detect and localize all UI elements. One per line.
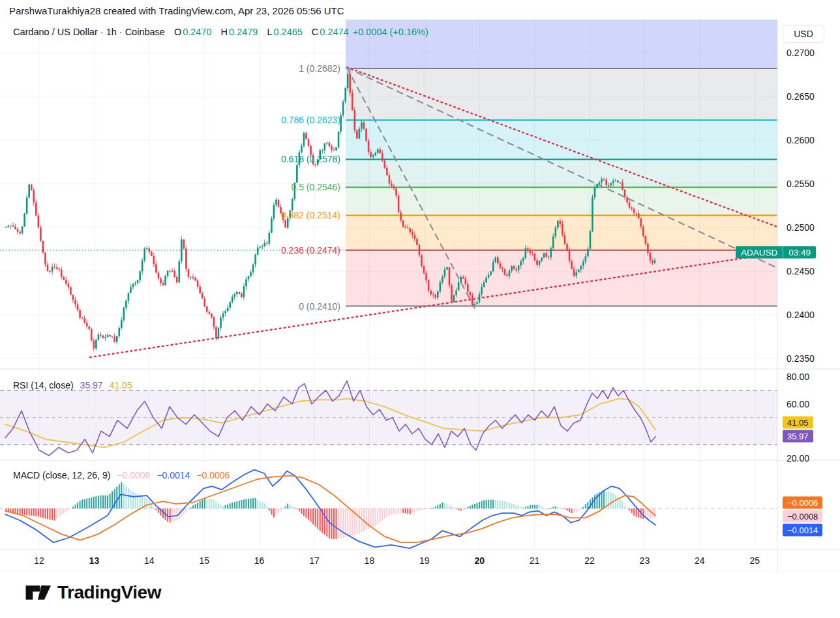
tradingview-logo-icon [25, 581, 51, 604]
time-axis-label[interactable]: 17 [309, 555, 320, 566]
macd-histogram [5, 482, 655, 539]
ohlc-close: C0.2474 [312, 27, 349, 37]
fib-level-label: 0.5 (0.2546) [236, 182, 340, 192]
rsi-value-badge: 35.97 [783, 430, 813, 443]
macd-signal-line [5, 476, 655, 543]
rsi-legend-label[interactable]: RSI (14, close) [13, 380, 74, 390]
time-axis-label[interactable]: 14 [144, 555, 155, 566]
macd-signal-value: −0.0006 [196, 470, 230, 480]
time-axis-label[interactable]: 22 [584, 555, 595, 566]
time-axis-label[interactable]: 25 [749, 555, 760, 566]
rsi-value: 35.97 [80, 380, 103, 390]
rsi-ma-badge: 41.05 [783, 417, 813, 429]
tradingview-logo[interactable]: TradingView [25, 581, 161, 604]
chart-legend-main[interactable]: Cardano / US Dollar · 1h · Coinbase O0.2… [13, 27, 428, 37]
fib-level-label: 0.236 (0.2474) [236, 245, 340, 256]
fib-level-label: 0.382 (0.2514) [236, 210, 340, 220]
price-scale-label: 0.2500 [787, 222, 815, 233]
macd-value: −0.0014 [157, 470, 190, 480]
price-scale-label: 0.2650 [787, 91, 815, 102]
ohlc-open: O0.2470 [174, 27, 212, 37]
price-scale-currency-button[interactable]: USD [783, 25, 824, 43]
rsi-scale-label: 80.00 [787, 372, 809, 382]
rsi-levels [0, 390, 777, 445]
price-change: +0.0004 (+0.16%) [353, 27, 428, 37]
macd-hist-badge: −0.0008 [783, 510, 822, 523]
tradingview-snapshot: ParshwaTurakhiya28 created with TradingV… [0, 0, 840, 618]
rsi-ma-value: 41.05 [110, 380, 132, 390]
macd-value-badge: −0.0014 [783, 524, 822, 537]
fib-level-label: 0.786 (0.2623) [236, 115, 340, 125]
price-scale-label: 0.2700 [787, 48, 815, 58]
fib-level-label: 0.618 (0.2578) [236, 154, 340, 164]
price-scale-label: 0.2600 [787, 135, 815, 145]
ohlc-low: L0.2465 [267, 27, 302, 37]
macd-legend-label[interactable]: MACD (close, 12, 26, 9) [13, 470, 110, 480]
time-axis-label[interactable]: 15 [199, 555, 209, 566]
price-scale-label: 0.2450 [787, 266, 815, 276]
time-axis-label[interactable]: 23 [640, 555, 650, 566]
macd-hist-value: −0.0008 [117, 470, 150, 480]
time-axis-label[interactable]: 13 [89, 555, 100, 566]
price-scale-label: 0.2400 [787, 310, 815, 320]
price-scale-label: 0.2550 [787, 179, 815, 189]
price-scale-label: 0.2350 [787, 353, 815, 364]
time-axis-label[interactable]: 21 [530, 555, 540, 566]
rsi-scale-label: 60.00 [787, 399, 809, 409]
time-axis-label[interactable]: 20 [474, 555, 485, 566]
time-axis-label[interactable]: 19 [419, 555, 430, 566]
rsi-scale-label: 20.00 [787, 453, 809, 464]
symbol-price-badge: ADAUSD 03:49 [736, 246, 816, 259]
time-axis-label[interactable]: 18 [365, 555, 375, 566]
countdown-timer: 03:49 [783, 246, 816, 259]
tradingview-logo-text: TradingView [57, 582, 161, 603]
fib-level-label: 0 (0.2410) [236, 301, 340, 312]
chart-canvas[interactable] [0, 0, 840, 618]
rsi-legend[interactable]: RSI (14, close) 35.97 41.05 [13, 380, 132, 390]
macd-signal-badge: −0.0006 [783, 497, 822, 509]
ohlc-high: H0.2479 [221, 27, 258, 37]
time-axis-label[interactable]: 12 [34, 555, 44, 566]
macd-legend[interactable]: MACD (close, 12, 26, 9) −0.0008 −0.0014 … [13, 470, 230, 480]
symbol-title[interactable]: Cardano / US Dollar · 1h · Coinbase [13, 27, 165, 37]
time-axis-label[interactable]: 16 [254, 555, 265, 566]
fib-level-label: 1 (0.2682) [236, 63, 340, 74]
macd-line [5, 470, 655, 549]
symbol-badge-label: ADAUSD [736, 246, 783, 259]
time-axis-label[interactable]: 24 [695, 555, 705, 566]
